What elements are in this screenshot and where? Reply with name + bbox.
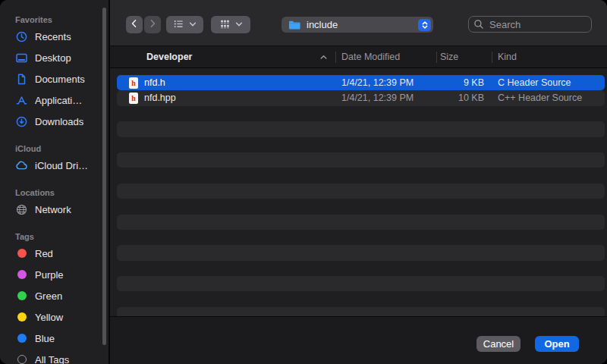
- sidebar-sections: FavoritesRecentsDesktopDocumentsApplicat…: [15, 14, 109, 364]
- desktop-icon: [15, 52, 28, 64]
- download-circle-icon: [15, 115, 28, 128]
- folder-icon: [288, 20, 301, 30]
- sidebar-item-label: Purple: [35, 269, 64, 281]
- sidebar-item-label: Green: [35, 290, 62, 302]
- open-button[interactable]: Open: [535, 336, 579, 352]
- app-store-icon: [15, 94, 28, 107]
- sidebar-section-label: iCloud: [15, 143, 109, 155]
- sidebar-item-recents[interactable]: Recents: [15, 26, 109, 47]
- sidebar: FavoritesRecentsDesktopDocumentsApplicat…: [0, 0, 109, 364]
- sidebar-item-documents[interactable]: Documents: [15, 68, 109, 89]
- empty-row: [117, 245, 605, 260]
- tag-dot-icon: [15, 311, 28, 324]
- file-name: nfd.h: [144, 75, 165, 90]
- file-row-nfd-h[interactable]: hnfd.h1/4/21, 12:39 PM9 KBC Header Sourc…: [117, 75, 605, 90]
- sidebar-section-label: Favorites: [15, 14, 109, 26]
- sidebar-scrollbar[interactable]: [102, 8, 106, 345]
- sidebar-item-label: Applicati…: [35, 95, 82, 106]
- empty-row: [117, 184, 605, 199]
- tag-circle-icon: [15, 353, 28, 364]
- sidebar-item-purple[interactable]: Purple: [15, 264, 109, 285]
- cloud-icon: [15, 159, 28, 172]
- chevron-down-icon: [189, 19, 197, 30]
- empty-row: [117, 121, 605, 136]
- back-button[interactable]: [126, 16, 143, 33]
- popup-updown-chevrons-icon: [418, 19, 431, 31]
- sidebar-item-label: Yellow: [35, 312, 63, 323]
- sidebar-item-label: Downloads: [35, 116, 83, 127]
- sidebar-item-label: Network: [35, 204, 71, 215]
- file-name: nfd.hpp: [144, 90, 176, 105]
- grid-view-icon: [219, 18, 231, 32]
- table-header: Developer Date Modified Size Kind: [110, 46, 607, 68]
- chevron-left-icon: [129, 18, 140, 31]
- file-size: 10 KB: [436, 90, 484, 105]
- search-input[interactable]: [488, 18, 587, 31]
- column-separator: [436, 52, 437, 63]
- sidebar-section-icloud: iCloudiCloud Dri…: [15, 143, 109, 176]
- file-row-nfd-hpp[interactable]: hnfd.hpp1/4/21, 12:39 PM10 KBC++ Header …: [117, 90, 605, 105]
- sidebar-section-locations: LocationsNetwork: [15, 187, 109, 220]
- sidebar-item-icloud-dri[interactable]: iCloud Dri…: [15, 155, 109, 176]
- file-open-dialog: FavoritesRecentsDesktopDocumentsApplicat…: [0, 0, 607, 364]
- chevron-down-icon: [235, 19, 243, 30]
- file-list: hnfd.h1/4/21, 12:39 PM9 KBC Header Sourc…: [110, 69, 607, 316]
- sidebar-section-label: Locations: [15, 187, 109, 199]
- toolbar: include: [110, 0, 607, 46]
- sidebar-item-all-tags[interactable]: All Tags: [15, 349, 109, 364]
- tag-dot-icon: [15, 268, 28, 281]
- column-separator: [335, 52, 336, 63]
- icon-view-button[interactable]: [211, 16, 250, 33]
- sidebar-item-green[interactable]: Green: [15, 285, 109, 306]
- sidebar-item-label: Blue: [35, 333, 55, 344]
- tag-dot-icon: [15, 332, 28, 345]
- column-header-date-modified[interactable]: Date Modified: [341, 46, 400, 68]
- empty-row: [117, 291, 605, 306]
- sidebar-item-desktop[interactable]: Desktop: [15, 47, 109, 68]
- clock-icon: [15, 30, 28, 43]
- sidebar-item-yellow[interactable]: Yellow: [15, 306, 109, 328]
- dialog-footer: Cancel Open: [110, 316, 607, 364]
- empty-row: [117, 137, 605, 152]
- tag-dot-icon: [15, 247, 28, 260]
- empty-row: [117, 199, 605, 214]
- chevron-right-icon: [147, 18, 158, 31]
- sidebar-section-label: Tags: [15, 231, 109, 243]
- empty-row: [117, 276, 605, 291]
- column-header-size[interactable]: Size: [440, 46, 458, 68]
- empty-row: [117, 215, 605, 230]
- sidebar-item-blue[interactable]: Blue: [15, 328, 109, 349]
- current-folder-popup[interactable]: include: [281, 17, 433, 33]
- sidebar-item-downloads[interactable]: Downloads: [15, 111, 109, 132]
- column-header-kind[interactable]: Kind: [498, 46, 517, 68]
- search-field[interactable]: [468, 16, 592, 33]
- file-kind: C++ Header Source: [498, 90, 582, 105]
- main-pane: include Developer Date Modified Size: [110, 0, 607, 364]
- empty-row: [117, 307, 605, 316]
- sidebar-item-label: All Tags: [35, 354, 69, 364]
- file-date-modified: 1/4/21, 12:39 PM: [341, 90, 414, 105]
- forward-button[interactable]: [144, 16, 161, 33]
- sidebar-item-label: Recents: [35, 31, 71, 42]
- sidebar-section-tags: TagsRedPurpleGreenYellowBlueAll Tags: [15, 231, 109, 364]
- sidebar-item-red[interactable]: Red: [15, 243, 109, 264]
- globe-icon: [15, 203, 28, 216]
- cancel-button[interactable]: Cancel: [476, 336, 521, 352]
- file-kind: C Header Source: [498, 75, 571, 90]
- header-file-icon: h: [129, 77, 138, 89]
- document-icon: [15, 73, 28, 86]
- sidebar-item-label: iCloud Dri…: [35, 160, 88, 171]
- empty-row: [117, 152, 605, 168]
- sidebar-item-network[interactable]: Network: [15, 199, 109, 220]
- sidebar-item-label: Red: [35, 248, 53, 259]
- sidebar-item-applicati[interactable]: Applicati…: [15, 89, 109, 111]
- list-view-icon: [173, 18, 184, 32]
- file-date-modified: 1/4/21, 12:39 PM: [341, 75, 414, 90]
- sidebar-section-favorites: FavoritesRecentsDesktopDocumentsApplicat…: [15, 14, 109, 132]
- sort-ascending-icon: [319, 46, 328, 68]
- tag-dot-icon: [15, 290, 28, 303]
- current-folder-label: include: [307, 19, 418, 30]
- column-header-name[interactable]: Developer: [146, 46, 192, 68]
- list-view-button[interactable]: [166, 16, 203, 33]
- empty-row: [117, 168, 605, 183]
